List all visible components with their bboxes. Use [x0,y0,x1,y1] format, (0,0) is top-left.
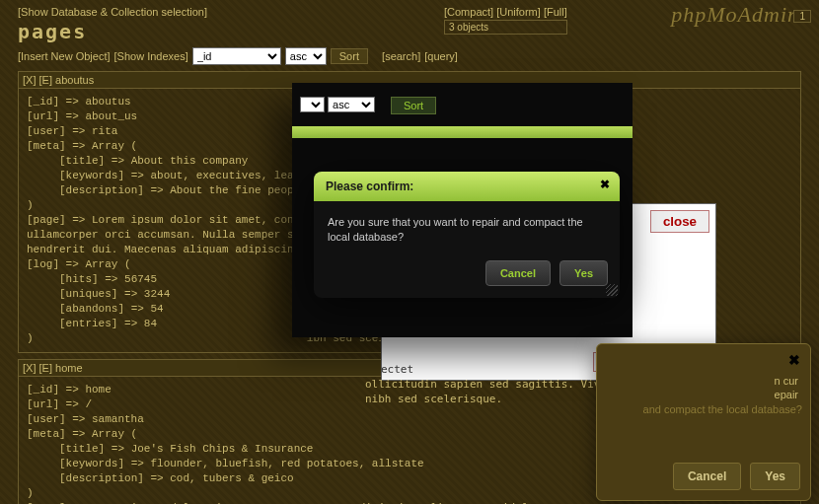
show-db-link[interactable]: [Show Database & Collection selection] [18,6,207,18]
object-count: 3 objects [444,20,567,35]
cancel-button[interactable]: Cancel [485,260,551,286]
logo: phpMoAdmin [671,2,799,28]
edit-record-link[interactable]: [E] [39,362,52,374]
stray-text: nibh sed scelerisque. [365,393,502,405]
delete-record-link[interactable]: [X] [23,362,36,374]
search-link[interactable]: [search] [382,50,420,62]
full-link[interactable]: [Full] [544,6,567,18]
sort-button-modal[interactable]: Sort [391,97,436,114]
pager[interactable]: 1 [793,10,811,23]
sort-field-select-modal[interactable] [300,97,325,112]
query-link[interactable]: [query] [424,50,458,62]
close-icon[interactable]: ✖ [600,178,610,191]
confirm-dialog-title: Please confirm: ✖ [314,172,620,201]
close-button[interactable]: close [650,210,709,233]
delete-record-link[interactable]: [X] [23,74,36,86]
edit-record-link[interactable]: [E] [39,74,52,86]
confirm-dialog-message: Are you sure that you want to repair and… [314,201,620,254]
show-indexes-link[interactable]: [Show Indexes] [114,50,188,62]
close-icon[interactable]: ✖ [788,352,800,368]
brown-confirm-dialog: ✖ n cur epair and compact the local data… [596,343,811,501]
resize-handle[interactable] [606,284,618,296]
stray-text: ectet [381,363,413,376]
uniform-link[interactable]: [Uniform] [496,6,541,18]
sort-button[interactable]: Sort [331,48,368,64]
record-name: aboutus [55,74,94,86]
confirm-dialog: Please confirm: ✖ Are you sure that you … [314,172,620,298]
modal-green-bar [292,126,633,138]
cancel-button[interactable]: Cancel [673,463,741,490]
sort-direction-select-modal[interactable]: asc [328,97,375,112]
record-name: home [55,362,83,374]
yes-button[interactable]: Yes [750,463,800,490]
insert-object-link[interactable]: [Insert New Object] [18,50,111,62]
yes-button[interactable]: Yes [559,260,608,286]
sort-direction-select[interactable]: asc [285,47,327,65]
sort-field-select[interactable]: _id [192,47,281,65]
compact-link[interactable]: [Compact] [444,6,493,18]
